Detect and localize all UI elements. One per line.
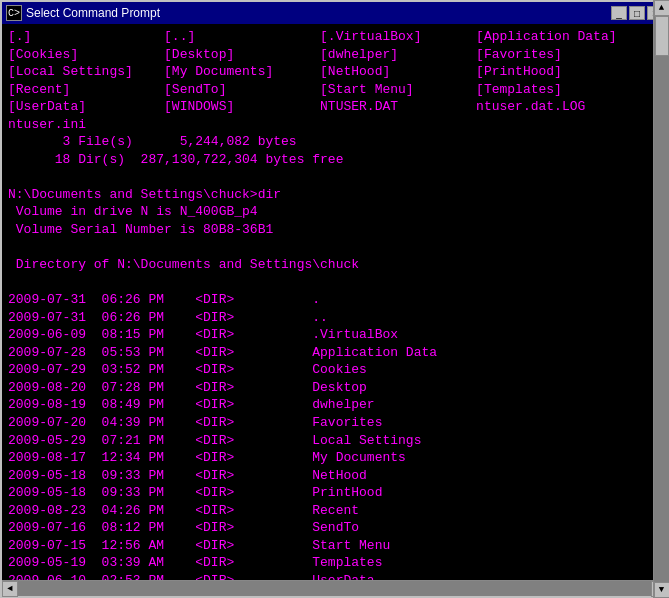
maximize-button[interactable]: □: [629, 6, 645, 20]
horizontal-scrollbar[interactable]: ◄ ►: [2, 580, 667, 596]
title-text: Select Command Prompt: [26, 6, 160, 20]
scroll-h-track[interactable]: [18, 581, 651, 596]
minimize-button[interactable]: _: [611, 6, 627, 20]
console-area[interactable]: [.] [..] [.VirtualBox] [Application Data…: [2, 24, 667, 580]
title-bar: C> Select Command Prompt _ □ ×: [2, 2, 667, 24]
vertical-scrollbar[interactable]: ▲ ▼: [653, 24, 667, 580]
window-icon: C>: [6, 5, 22, 21]
title-bar-left: C> Select Command Prompt: [6, 5, 160, 21]
scroll-track[interactable]: [654, 24, 667, 580]
console-content: [.] [..] [.VirtualBox] [Application Data…: [8, 28, 661, 580]
scroll-thumb[interactable]: [655, 24, 667, 56]
command-prompt-window: C> Select Command Prompt _ □ × [.] [..] …: [0, 0, 669, 598]
scroll-left-arrow[interactable]: ◄: [2, 581, 18, 597]
